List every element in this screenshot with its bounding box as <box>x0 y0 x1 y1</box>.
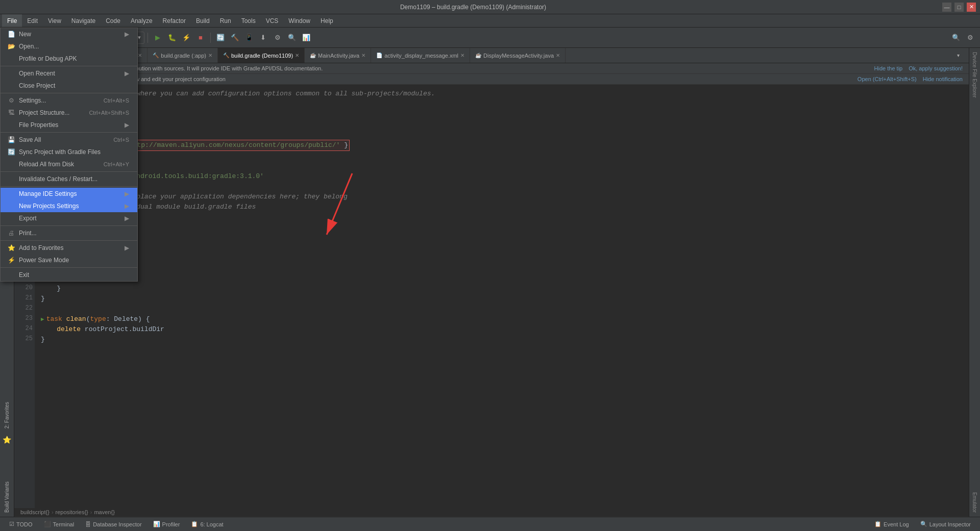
menu-navigate[interactable]: Navigate <box>66 14 101 27</box>
tab-close-gradle-props[interactable]: ✕ <box>138 53 142 58</box>
menu-item-open-recent[interactable]: Open Recent ▶ <box>1 67 137 80</box>
breadcrumb-sep-1: › <box>52 509 54 515</box>
menu-item-sync-gradle[interactable]: 🔄 Sync Project with Gradle Files <box>1 146 137 158</box>
profiler-button[interactable]: 📊 <box>300 31 313 44</box>
todo-label: TODO <box>16 521 33 527</box>
menu-view[interactable]: View <box>43 14 66 27</box>
sep-7 <box>1 240 137 241</box>
sidebar-build-variants-label[interactable]: Build Variants <box>2 477 12 517</box>
tool-tab-todo[interactable]: ☑ TODO <box>4 520 38 528</box>
tab-label-activity-display: activity_display_message.xml <box>384 53 458 59</box>
tab-mainactivity[interactable]: ☕ MainActivity.java ✕ <box>305 48 371 63</box>
apply-suggestion-button[interactable]: Ok, apply suggestion! <box>909 65 963 71</box>
minimize-button[interactable]: — <box>942 3 951 12</box>
menu-item-add-favorites[interactable]: ⭐ Add to Favorites ▶ <box>1 242 137 254</box>
menu-item-invalidate[interactable]: Invalidate Caches / Restart... <box>1 173 137 185</box>
title-text: Demo1109 – build.gradle (Demo1109) (Admi… <box>4 4 942 11</box>
menu-item-file-properties[interactable]: File Properties ▶ <box>1 119 137 131</box>
menu-item-close-project[interactable]: Close Project <box>1 80 137 92</box>
editor-area: 📄 activity_main.xml ✕ ⚙ gradle.propertie… <box>14 48 969 517</box>
hide-tip-button[interactable]: Hide the tip <box>874 65 903 71</box>
layout-inspector-button[interactable]: 🔍 <box>285 31 299 44</box>
tab-icon-activity-display: 📄 <box>376 53 382 58</box>
menu-help[interactable]: Help <box>315 14 338 27</box>
menu-code[interactable]: Code <box>101 14 126 27</box>
menu-edit[interactable]: Edit <box>22 14 43 27</box>
sidebar-favorites-label[interactable]: 2: Favorites <box>2 398 12 433</box>
emulator-label[interactable]: Emulator <box>970 488 979 517</box>
menu-window[interactable]: Window <box>283 14 315 27</box>
tab-build-gradle-app[interactable]: 🔨 build.gradle (:app) ✕ <box>148 48 218 63</box>
search-everywhere-button[interactable]: 🔍 <box>949 31 963 44</box>
tab-close-mainactivity[interactable]: ✕ <box>361 53 365 58</box>
avd-button[interactable]: 📱 <box>242 31 256 44</box>
tab-label-build-gradle-app: build.gradle (:app) <box>161 53 206 59</box>
menu-item-reload-disk[interactable]: Reload All from Disk Ctrl+Alt+Y <box>1 158 137 170</box>
code-line-17: repositories { <box>41 253 963 263</box>
sdk-button[interactable]: ⬇ <box>257 31 270 44</box>
menu-tools[interactable]: Tools <box>236 14 261 27</box>
tool-tab-layout-inspector[interactable]: 🔍 Layout Inspector <box>915 520 976 528</box>
menu-item-manage-ide[interactable]: Manage IDE Settings ▶ <box>1 188 137 200</box>
line-num-20: 20 <box>18 283 33 293</box>
menu-item-export[interactable]: Export ▶ <box>1 212 137 224</box>
layout-inspector-label: Layout Inspector <box>929 521 971 527</box>
code-line-23: ▶ task clean(type: Delete) { <box>41 314 963 324</box>
profile-button[interactable]: ⚡ <box>180 31 193 44</box>
open-project-structure-button[interactable]: Open (Ctrl+Alt+Shift+S) <box>857 76 917 82</box>
event-log-icon: 📋 <box>874 521 881 527</box>
breadcrumb-item-2[interactable]: repositories{} <box>56 509 88 515</box>
terminal-icon: ⬛ <box>44 521 51 527</box>
menu-item-profile-apk[interactable]: Profile or Debug APK <box>1 53 137 65</box>
menu-build[interactable]: Build <box>191 14 215 27</box>
menu-item-open[interactable]: 📂 Open... <box>1 40 137 53</box>
tab-close-display-message[interactable]: ✕ <box>556 53 560 58</box>
tool-tab-event-log[interactable]: 📋 Event Log <box>869 520 914 528</box>
settings-button[interactable]: ⚙ <box>271 31 284 44</box>
tool-tab-profiler[interactable]: 📊 Profiler <box>148 520 185 528</box>
sync-icon: 🔄 <box>7 148 16 156</box>
menu-item-settings[interactable]: ⚙ Settings... Ctrl+Alt+S <box>1 94 137 107</box>
code-line-16: allprojects { <box>41 243 963 253</box>
menu-refactor[interactable]: Refactor <box>158 14 191 27</box>
tab-close-activity-display[interactable]: ✕ <box>460 53 464 58</box>
line-num-22: 22 <box>18 303 33 313</box>
menu-item-power-save[interactable]: ⚡ Power Save Mode <box>1 254 137 266</box>
tab-activity-display[interactable]: 📄 activity_display_message.xml ✕ <box>371 48 470 63</box>
menu-item-print[interactable]: 🖨 Print... <box>1 227 137 239</box>
profiler-label: Profiler <box>162 521 180 527</box>
close-button[interactable]: ✕ <box>967 3 976 12</box>
hide-notification-button[interactable]: Hide notification <box>923 76 963 82</box>
device-file-explorer-label[interactable]: Device File Explorer <box>970 48 979 102</box>
breadcrumb-item-1[interactable]: buildscript{} <box>20 509 50 515</box>
tab-display-message[interactable]: ☕ DisplayMessageActivity.java ✕ <box>470 48 566 63</box>
stop-button[interactable]: ■ <box>194 31 207 44</box>
breadcrumb-item-3[interactable]: maven{} <box>94 509 114 515</box>
menu-item-exit[interactable]: Exit <box>1 269 137 281</box>
menu-analyze[interactable]: Analyze <box>126 14 158 27</box>
sidebar-star-icon[interactable]: ⭐ <box>1 434 13 446</box>
tool-tab-terminal[interactable]: ⬛ Terminal <box>39 520 80 528</box>
menu-vcs[interactable]: VCS <box>261 14 284 27</box>
gear-button[interactable]: ⚙ <box>964 31 977 44</box>
menu-item-save-all[interactable]: 💾 Save All Ctrl+S <box>1 134 137 146</box>
tool-tab-db-inspector[interactable]: 🗄 Database Inspector <box>80 520 146 528</box>
tab-close-build-gradle-demo[interactable]: ✕ <box>295 53 299 58</box>
tool-tab-logcat[interactable]: 📋 6: Logcat <box>186 520 228 528</box>
maximize-button[interactable]: □ <box>954 3 964 12</box>
menu-file[interactable]: File <box>2 14 22 27</box>
tab-close-build-gradle-app[interactable]: ✕ <box>208 53 212 58</box>
bottom-tools-bar: ☑ TODO ⬛ Terminal 🗄 Database Inspector 📊… <box>0 517 980 531</box>
menu-item-project-structure[interactable]: 🏗 Project Structure... Ctrl+Alt+Shift+S <box>1 107 137 119</box>
debug-button[interactable]: 🐛 <box>165 31 179 44</box>
gradle-button[interactable]: 🔨 <box>228 31 241 44</box>
tab-build-gradle-demo[interactable]: 🔨 build.gradle (Demo1109) ✕ <box>218 48 305 63</box>
menu-item-new-projects[interactable]: New Projects Settings ▶ <box>1 200 137 212</box>
run-app-button[interactable]: ▶ <box>151 31 164 44</box>
right-sidebar: Device File Explorer Emulator <box>969 48 980 517</box>
tabs-overflow-button[interactable]: ▾ <box>951 49 965 62</box>
menu-run[interactable]: Run <box>215 14 236 27</box>
code-editor[interactable]: // Top-level build file where you can ad… <box>35 85 969 508</box>
menu-item-new[interactable]: 📄 New ▶ <box>1 28 137 40</box>
sync-button[interactable]: 🔄 <box>214 31 227 44</box>
